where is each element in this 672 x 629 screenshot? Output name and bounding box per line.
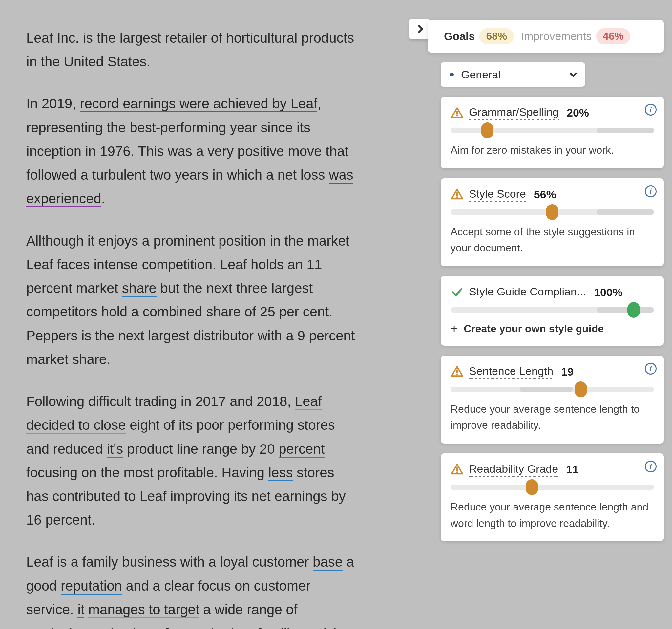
highlighted-span[interactable]: record earnings were achieved by Leaf [80, 96, 317, 112]
highlighted-span[interactable]: manages to target [88, 602, 199, 618]
warning-icon [451, 188, 464, 201]
info-icon[interactable]: i [645, 363, 656, 375]
goal-card-grammar[interactable]: Grammar/Spelling20%iAim for zero mistake… [441, 96, 664, 168]
paragraph[interactable]: Following difficult trading in 2017 and … [26, 390, 358, 532]
highlighted-span[interactable]: percent [279, 441, 325, 458]
text-span: Leaf is a family business with a loyal c… [26, 554, 313, 569]
goal-title: Sentence Length [469, 365, 553, 379]
create-style-guide-link[interactable]: +Create your own style guide [451, 322, 654, 336]
tab-goals-badge: 68% [479, 28, 513, 44]
svg-point-5 [456, 374, 458, 375]
document-editor[interactable]: Leaf Inc. is the largest retailer of hor… [26, 26, 358, 629]
text-span: product line range by 20 [123, 441, 279, 457]
text-span [84, 602, 88, 617]
tab-improvements-badge: 46% [596, 28, 630, 44]
collapse-panel-button[interactable] [409, 19, 429, 39]
slider-thumb[interactable] [575, 381, 587, 397]
info-icon[interactable]: i [645, 461, 656, 472]
text-span: . [101, 191, 105, 206]
goal-slider[interactable] [451, 387, 654, 392]
goal-score: 56% [534, 188, 556, 201]
goal-card-style[interactable]: Style Score56%iAccept some of the style … [441, 178, 664, 266]
target-zone [597, 307, 654, 312]
text-span: In 2019, [26, 96, 80, 111]
chevron-right-icon [415, 25, 423, 33]
goal-slider[interactable] [451, 128, 654, 133]
chevron-down-icon [570, 70, 577, 77]
goal-title: Style Score [469, 187, 526, 202]
goal-score: 100% [594, 286, 622, 299]
check-icon [451, 286, 464, 299]
goal-description: Reduce your average sentence length to i… [451, 401, 654, 434]
text-span: Following difficult trading in 2017 and … [26, 394, 295, 409]
info-icon[interactable]: i [645, 104, 656, 116]
paragraph[interactable]: Allthough it enjoys a prominent position… [26, 229, 358, 371]
text-span: Leaf Inc. is the largest retailer of hor… [26, 30, 354, 69]
goal-title: Grammar/Spelling [469, 106, 559, 120]
goal-title: Style Guide Complian... [469, 285, 586, 299]
category-dot-icon [450, 73, 454, 76]
plus-icon: + [451, 322, 458, 336]
goal-score: 11 [566, 463, 578, 476]
goal-card-styleguide[interactable]: Style Guide Complian...100%+Create your … [441, 276, 664, 346]
goal-card-readability[interactable]: Readability Grade11iReduce your average … [441, 453, 664, 541]
goal-description: Aim for zero mistakes in your work. [451, 142, 654, 159]
highlighted-span[interactable]: it's [106, 441, 123, 458]
highlighted-span[interactable]: base [313, 554, 342, 570]
paragraph[interactable]: Leaf is a family business with a loyal c… [26, 550, 358, 629]
slider-thumb[interactable] [546, 204, 558, 220]
info-icon[interactable]: i [645, 185, 656, 197]
goal-description: Accept some of the style suggestions in … [451, 224, 654, 256]
category-label: General [461, 68, 501, 81]
svg-point-7 [456, 471, 458, 473]
highlighted-span[interactable]: Allthough [26, 233, 84, 250]
slider-thumb[interactable] [627, 302, 640, 318]
tab-goals[interactable]: Goals 68% [444, 28, 514, 44]
paragraph[interactable]: In 2019, record earnings were achieved b… [26, 92, 358, 210]
highlighted-span[interactable]: market [308, 233, 350, 250]
text-span: focusing on the most profitable. Having [26, 465, 268, 480]
paragraph[interactable]: Leaf Inc. is the largest retailer of hor… [26, 26, 358, 73]
tab-improvements[interactable]: Improvements 46% [521, 28, 630, 44]
svg-point-1 [456, 115, 458, 117]
goal-title: Readability Grade [469, 463, 558, 477]
highlighted-span[interactable]: reputation [61, 578, 122, 595]
warning-icon [451, 107, 464, 119]
goal-slider[interactable] [451, 307, 654, 312]
target-zone [597, 128, 654, 133]
goal-card-sentence[interactable]: Sentence Length19iReduce your average se… [441, 355, 664, 444]
goal-score: 20% [567, 107, 589, 119]
highlighted-span[interactable]: share [122, 280, 157, 297]
goal-slider[interactable] [451, 485, 654, 490]
goal-slider[interactable] [451, 209, 654, 215]
slider-thumb[interactable] [526, 479, 538, 495]
goal-description: Reduce your average sentence length and … [451, 499, 654, 532]
warning-icon [451, 365, 464, 378]
tab-improvements-label: Improvements [521, 30, 592, 43]
slider-thumb[interactable] [481, 122, 494, 138]
warning-icon [451, 463, 464, 476]
tab-goals-label: Goals [444, 30, 475, 43]
svg-point-3 [456, 196, 458, 198]
target-zone [520, 387, 573, 392]
text-span: it enjoys a prominent position in the [84, 233, 308, 249]
highlighted-span[interactable]: it [77, 602, 84, 618]
category-select[interactable]: General [441, 62, 585, 87]
panel-tabs: Goals 68% Improvements 46% [428, 20, 664, 52]
create-style-guide-label: Create your own style guide [464, 323, 604, 335]
target-zone [597, 209, 654, 215]
highlighted-span[interactable]: less [268, 465, 293, 481]
goal-score: 19 [561, 365, 574, 378]
